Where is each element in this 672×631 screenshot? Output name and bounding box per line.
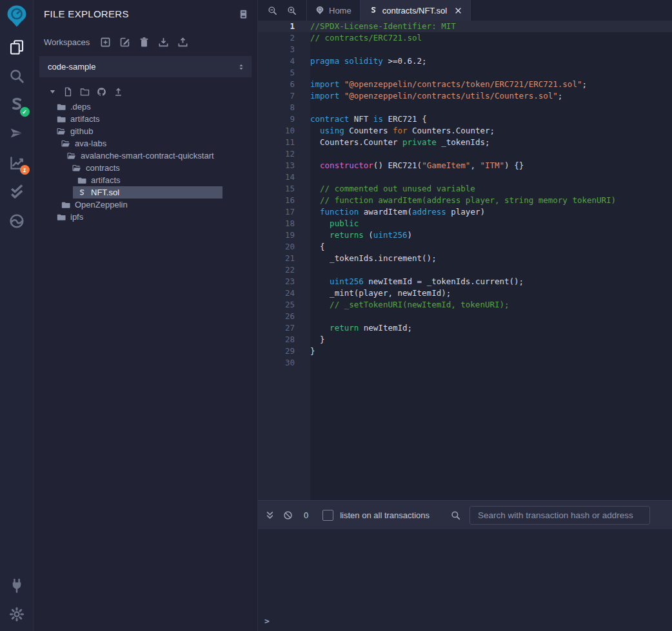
code-line[interactable]: 9contract NFT is ERC721 { <box>258 113 672 125</box>
line-number[interactable]: 7 <box>258 90 310 102</box>
code-line[interactable]: 27 return newItemId; <box>258 322 672 334</box>
line-number[interactable]: 22 <box>258 264 310 276</box>
solidity-compiler-icon[interactable]: ✓ <box>9 97 25 113</box>
code-line[interactable]: 6import "@openzeppelin/contracts/token/E… <box>258 79 672 90</box>
line-number[interactable]: 12 <box>258 148 310 160</box>
listen-transactions-checkbox[interactable] <box>322 510 333 521</box>
line-number[interactable]: 29 <box>258 345 310 357</box>
rename-workspace-icon[interactable] <box>119 37 130 48</box>
collapse-caret-icon[interactable] <box>49 88 56 95</box>
line-number[interactable]: 25 <box>258 299 310 311</box>
tree-item-folder[interactable]: .deps <box>34 101 257 113</box>
code-line[interactable]: 26 <box>258 311 672 322</box>
tab-contracts-nft-sol[interactable]: contracts/NFT.sol <box>361 0 471 21</box>
line-number[interactable]: 24 <box>258 287 310 299</box>
unit-testing-icon[interactable] <box>9 184 25 200</box>
line-number[interactable]: 10 <box>258 125 310 137</box>
line-number[interactable]: 6 <box>258 79 310 90</box>
code-line[interactable]: 14 <box>258 171 672 183</box>
zoom-out-icon[interactable] <box>268 6 277 15</box>
line-number[interactable]: 18 <box>258 218 310 229</box>
tree-item-folder[interactable]: ipfs <box>34 211 257 223</box>
line-number[interactable]: 17 <box>258 206 310 218</box>
tree-item-folder[interactable]: ava-labs <box>34 137 257 150</box>
upload-file-icon[interactable] <box>114 87 123 97</box>
plugin-manager-icon[interactable] <box>9 578 25 594</box>
file-explorer-icon[interactable] <box>9 39 25 55</box>
line-number[interactable]: 8 <box>258 102 310 113</box>
tree-item-folder[interactable]: contracts <box>34 162 257 174</box>
code-line[interactable]: 8 <box>258 102 672 113</box>
new-file-icon[interactable] <box>63 87 73 97</box>
transaction-search-input[interactable] <box>469 506 650 525</box>
line-number[interactable]: 5 <box>258 67 310 79</box>
tree-item-folder[interactable]: OpenZeppelin <box>34 199 257 211</box>
code-line[interactable]: 15 // commented out unused variable <box>258 183 672 195</box>
terminal-output[interactable]: > <box>258 529 672 631</box>
code-line[interactable]: 19 returns (uint256) <box>258 229 672 241</box>
code-line[interactable]: 20 { <box>258 241 672 253</box>
code-editor[interactable]: 1//SPDX-License-Identifier: MIT2// contr… <box>258 21 672 500</box>
line-number[interactable]: 9 <box>258 113 310 125</box>
code-line[interactable]: 25 // _setTokenURI(newItemId, tokenURI); <box>258 299 672 311</box>
code-line[interactable]: 16 // function awardItem(address player,… <box>258 195 672 206</box>
tree-item-folder[interactable]: artifacts <box>34 174 257 186</box>
line-number[interactable]: 13 <box>258 160 310 171</box>
code-line[interactable]: 28 } <box>258 334 672 345</box>
line-number[interactable]: 16 <box>258 195 310 206</box>
close-icon[interactable] <box>455 7 462 14</box>
code-line[interactable]: 13 constructor() ERC721("GameItem", "ITM… <box>258 160 672 171</box>
tab-home[interactable]: Home <box>306 0 361 21</box>
line-number[interactable]: 21 <box>258 253 310 264</box>
code-line[interactable]: 22 <box>258 264 672 276</box>
line-number[interactable]: 15 <box>258 183 310 195</box>
workspace-select[interactable]: code-sample <box>39 56 252 77</box>
line-number[interactable]: 3 <box>258 44 310 55</box>
code-line[interactable]: 10 using Counters for Counters.Counter; <box>258 125 672 137</box>
line-number[interactable]: 26 <box>258 311 310 322</box>
new-folder-icon[interactable] <box>80 87 90 97</box>
code-line[interactable]: 12 <box>258 148 672 160</box>
code-line[interactable]: 23 uint256 newItemId = _tokenIds.current… <box>258 276 672 287</box>
book-icon[interactable] <box>239 9 248 19</box>
clear-console-icon[interactable] <box>283 510 293 520</box>
create-workspace-icon[interactable] <box>100 37 111 48</box>
sourcify-icon[interactable] <box>9 213 25 229</box>
search-icon[interactable] <box>9 68 25 84</box>
deploy-run-icon[interactable] <box>9 126 25 142</box>
terminal-collapse-icon[interactable] <box>265 510 275 520</box>
github-icon[interactable] <box>97 87 106 97</box>
line-number[interactable]: 4 <box>258 55 310 67</box>
line-number[interactable]: 30 <box>258 357 310 369</box>
analytics-icon[interactable]: 1 <box>9 155 25 171</box>
code-line[interactable]: 5 <box>258 67 672 79</box>
code-line[interactable]: 7import "@openzeppelin/contracts/utils/C… <box>258 90 672 102</box>
code-line[interactable]: 30 <box>258 357 672 369</box>
download-workspaces-icon[interactable] <box>158 37 169 48</box>
zoom-in-icon[interactable] <box>287 6 297 15</box>
code-line[interactable]: 24 _mint(player, newItemId); <box>258 287 672 299</box>
tree-item-folder[interactable]: artifacts <box>34 113 257 125</box>
code-line[interactable]: 2// contracts/ERC721.sol <box>258 32 672 44</box>
code-line[interactable]: 1//SPDX-License-Identifier: MIT <box>258 21 672 32</box>
code-line[interactable]: 3 <box>258 44 672 55</box>
tree-item-folder[interactable]: avalanche-smart-contract-quickstart <box>34 150 257 162</box>
code-line[interactable]: 21 _tokenIds.increment(); <box>258 253 672 264</box>
code-line[interactable]: 17 function awardItem(address player) <box>258 206 672 218</box>
line-number[interactable]: 27 <box>258 322 310 334</box>
line-number[interactable]: 19 <box>258 229 310 241</box>
line-number[interactable]: 28 <box>258 334 310 345</box>
line-number[interactable]: 23 <box>258 276 310 287</box>
code-line[interactable]: 11 Counters.Counter private _tokenIds; <box>258 137 672 148</box>
line-number[interactable]: 11 <box>258 137 310 148</box>
code-line[interactable]: 18 public <box>258 218 672 229</box>
line-number[interactable]: 14 <box>258 171 310 183</box>
line-number[interactable]: 2 <box>258 32 310 44</box>
settings-icon[interactable] <box>9 607 25 622</box>
restore-workspaces-icon[interactable] <box>177 37 188 48</box>
code-line[interactable]: 29} <box>258 345 672 357</box>
delete-workspace-icon[interactable] <box>139 37 150 48</box>
tree-item-file[interactable]: NFT.sol <box>73 186 222 199</box>
tree-item-folder[interactable]: github <box>34 125 257 137</box>
code-line[interactable]: 4pragma solidity >=0.6.2; <box>258 55 672 67</box>
